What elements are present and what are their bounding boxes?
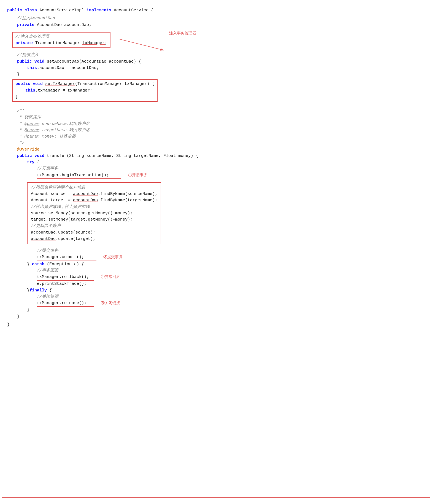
comment-query: //根据名称查询两个账户信息 bbox=[31, 184, 157, 191]
field-dao-line: private AccountDao accountDao; bbox=[17, 22, 423, 28]
target-find: Account target = accountDao.findByName(t… bbox=[31, 197, 157, 203]
comment-transfer: //转出账户减钱，转入账户加钱 bbox=[31, 204, 157, 210]
release-line: txManager.release(); ⑤关闭链接 bbox=[37, 300, 423, 307]
kw-class: class bbox=[25, 8, 37, 13]
comment-close: //关闭资源 bbox=[37, 294, 423, 300]
javadoc3: * @param sourceName:转出账户名 bbox=[17, 121, 423, 127]
label-inject-tx: 注入事务管理器 bbox=[169, 30, 196, 36]
transfer-close: } bbox=[17, 313, 423, 320]
set-dao-sig: public void setAccountDao(AccountDao acc… bbox=[17, 58, 423, 65]
javadoc5: * @param money: 转账金额 bbox=[17, 133, 423, 140]
comment-tx: //注入事务管理器 bbox=[15, 34, 107, 40]
set-dao-body: this.accountDao = accountDao; bbox=[27, 65, 423, 71]
javadoc6: */ bbox=[17, 140, 423, 146]
svg-line-1 bbox=[120, 39, 164, 50]
commit-line: txManager.commit(); ③提交事务 bbox=[37, 254, 423, 261]
comment-inject: //提供注入 bbox=[17, 52, 423, 58]
label-begin-tx: ①开启事务 bbox=[128, 173, 147, 177]
update-source: accountDao.update(source); bbox=[31, 229, 157, 236]
comment-commit: //提交事务 bbox=[37, 248, 423, 254]
comment-dao: //注入AccountDao bbox=[17, 15, 423, 22]
business-logic-box: //根据名称查询两个账户信息 Account source = accountD… bbox=[27, 182, 161, 244]
class-close: } bbox=[7, 321, 423, 328]
set-tx-sig: public void setTxManager(TransactionMana… bbox=[15, 81, 154, 87]
kw-implements: implements bbox=[87, 8, 111, 13]
override-annotation: @Override bbox=[17, 146, 423, 153]
transfer-sig: public void transfer(String sourceName, … bbox=[17, 153, 423, 159]
rollback-line: txManager.rollback(); ④异常回滚 bbox=[37, 274, 423, 281]
comment-begin-tx: //开启事务 bbox=[37, 165, 423, 172]
label-rollback: ④异常回滚 bbox=[101, 274, 120, 279]
javadoc1: /** bbox=[17, 108, 423, 114]
begin-tx-line: txManager.beginTransaction(); ①开启事务 bbox=[37, 172, 423, 179]
source-set: source.setMoney(source.getMoney()-money)… bbox=[31, 210, 157, 216]
comment-update: //更新两个账户 bbox=[31, 223, 157, 229]
javadoc2: * 转账操作 bbox=[17, 114, 423, 120]
finally-close: } bbox=[27, 307, 423, 313]
code-container: public class AccountServiceImpl implemen… bbox=[2, 2, 430, 498]
finally-sig: }finally { bbox=[27, 287, 423, 294]
target-set: target.setMoney(target.getMoney()+money)… bbox=[31, 216, 157, 223]
set-dao-close: } bbox=[17, 71, 423, 77]
javadoc4: * @param targetName:转入账户名 bbox=[17, 127, 423, 133]
label-release: ⑤关闭链接 bbox=[101, 301, 120, 305]
field-tx-line: private TransactionManager txManager; bbox=[15, 40, 107, 46]
comment-rollback: //事务回滚 bbox=[37, 267, 423, 274]
class-decl-line: public class AccountServiceImpl implemen… bbox=[7, 7, 423, 14]
set-tx-close: } bbox=[15, 94, 154, 100]
tx-inject-box: //注入事务管理器 private TransactionManager txM… bbox=[12, 32, 110, 48]
try-open: try { bbox=[27, 159, 423, 165]
kw-public: public bbox=[7, 8, 22, 13]
set-tx-box: public void setTxManager(TransactionMana… bbox=[12, 79, 158, 102]
label-commit: ③提交事务 bbox=[103, 254, 123, 259]
catch-sig: } catch (Exception e) { bbox=[27, 261, 423, 267]
update-target: accountDao.update(target); bbox=[31, 236, 157, 242]
print-trace: e.printStackTrace(); bbox=[37, 281, 423, 287]
source-find: Account source = accountDao.findByName(s… bbox=[31, 191, 157, 197]
set-tx-body: this.txManager = txManager; bbox=[25, 87, 154, 94]
